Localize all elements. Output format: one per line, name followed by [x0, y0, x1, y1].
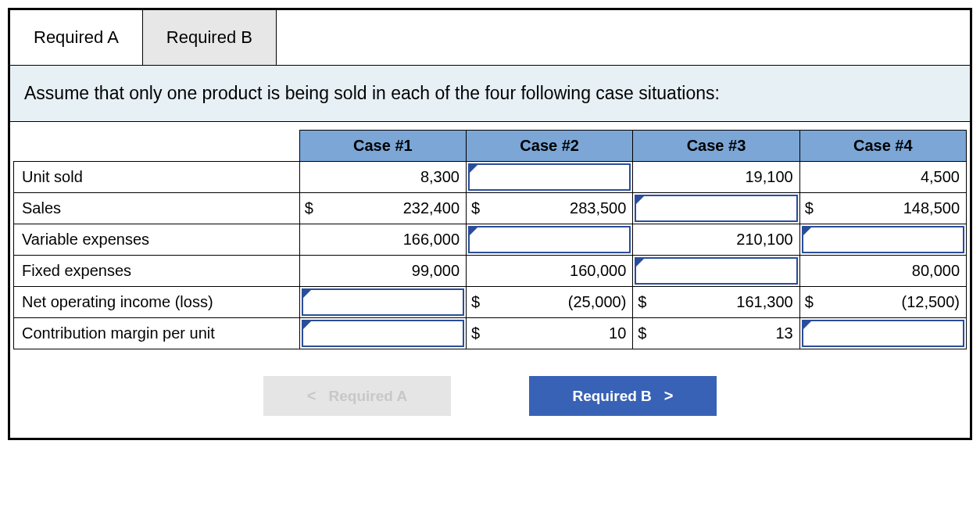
instruction-text: Assume that only one product is being so…: [10, 66, 970, 122]
chevron-left-icon: <: [307, 387, 317, 405]
chevron-right-icon: >: [664, 387, 674, 405]
tab-required-b[interactable]: Required B: [143, 10, 277, 65]
label-fix-exp: Fixed expenses: [14, 256, 300, 287]
sales-c1: $232,400: [299, 193, 466, 224]
fix-exp-c3[interactable]: [633, 256, 799, 287]
fix-exp-c2: 160,000: [467, 256, 633, 287]
noi-c2: $(25,000): [467, 287, 633, 318]
row-var-exp: Variable expenses 166,000 210,100: [14, 224, 967, 256]
fix-exp-c1: 99,000: [299, 256, 466, 287]
sales-c3[interactable]: [633, 193, 799, 224]
sales-c2: $283,500: [467, 193, 633, 224]
fix-exp-c4: 80,000: [799, 256, 966, 287]
unit-sold-c3: 19,100: [633, 162, 799, 193]
noi-c3: $161,300: [633, 287, 799, 318]
header-case-4: Case #4: [799, 131, 966, 162]
var-exp-c1: 166,000: [299, 224, 466, 256]
label-unit-sold: Unit sold: [14, 162, 300, 193]
var-exp-c2[interactable]: [467, 224, 633, 256]
row-fix-exp: Fixed expenses 99,000 160,000 80,000: [14, 256, 967, 287]
cm-unit-c1[interactable]: [299, 318, 466, 349]
cm-unit-c2: $10: [467, 318, 633, 349]
blank-header: [14, 131, 300, 162]
cm-unit-c4[interactable]: [799, 318, 966, 349]
sales-c4: $148,500: [799, 193, 966, 224]
table-wrap: Case #1 Case #2 Case #3 Case #4 Unit sol…: [10, 122, 970, 360]
unit-sold-c1: 8,300: [299, 162, 466, 193]
noi-c1[interactable]: [299, 287, 466, 318]
prev-button: < Required A: [263, 376, 451, 416]
header-case-2: Case #2: [467, 131, 633, 162]
next-button[interactable]: Required B >: [529, 376, 717, 416]
header-case-1: Case #1: [299, 131, 466, 162]
exercise-panel: Required A Required B Assume that only o…: [8, 8, 972, 440]
row-sales: Sales $232,400 $283,500 $148,500: [14, 193, 967, 224]
unit-sold-c4: 4,500: [799, 162, 966, 193]
var-exp-c4[interactable]: [799, 224, 966, 256]
header-case-3: Case #3: [633, 131, 799, 162]
label-noi: Net operating income (loss): [14, 287, 300, 318]
var-exp-c3: 210,100: [633, 224, 799, 256]
nav-row: < Required A Required B >: [10, 360, 970, 438]
label-sales: Sales: [14, 193, 300, 224]
row-cm-unit: Contribution margin per unit $10 $13: [14, 318, 967, 349]
label-var-exp: Variable expenses: [14, 224, 300, 256]
prev-label: Required A: [329, 388, 408, 405]
row-unit-sold: Unit sold 8,300 19,100 4,500: [14, 162, 967, 193]
unit-sold-c2[interactable]: [467, 162, 633, 193]
tabs: Required A Required B: [10, 10, 970, 66]
case-table: Case #1 Case #2 Case #3 Case #4 Unit sol…: [13, 130, 967, 349]
next-label: Required B: [572, 388, 651, 405]
label-cm-unit: Contribution margin per unit: [14, 318, 300, 349]
tab-required-a[interactable]: Required A: [10, 10, 143, 65]
row-noi: Net operating income (loss) $(25,000) $1…: [14, 287, 967, 318]
cm-unit-c3: $13: [633, 318, 799, 349]
noi-c4: $(12,500): [799, 287, 966, 318]
